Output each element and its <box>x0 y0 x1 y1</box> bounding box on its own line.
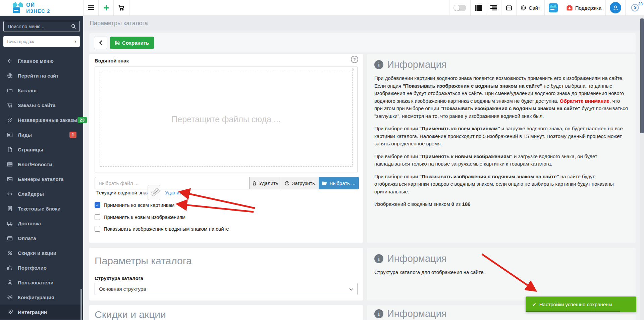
page-scrollbar[interactable] <box>640 16 644 320</box>
checkbox-apply-all[interactable]: ✓ Применить ко всем картинкам <box>95 202 174 208</box>
file-text-icon <box>7 205 13 212</box>
checkbox-show-on-site[interactable]: Показывать изображения с водяным знаком … <box>95 226 229 232</box>
chevron-left-icon <box>99 40 103 45</box>
support-button[interactable]: Поддержка <box>562 0 605 15</box>
upload-button[interactable]: Загрузить <box>281 177 319 189</box>
section-title: Параметры каталога <box>95 255 192 267</box>
hamburger-menu-button[interactable] <box>83 0 98 15</box>
info-paragraph: При выборе опции "Применить ко всем карт… <box>374 125 628 148</box>
id-card-icon <box>7 132 13 138</box>
app-button[interactable] <box>544 0 562 15</box>
sidebar-item-label: Слайдеры <box>18 191 44 197</box>
avatar <box>610 2 621 13</box>
truck-icon <box>7 220 13 226</box>
sales-point-select[interactable]: ▼ <box>3 36 80 47</box>
dropzone-text: Перетащите файлы сюда ... <box>171 115 280 124</box>
theme-toggle[interactable] <box>449 0 470 15</box>
sidebar-item-label: Конфигурация <box>18 294 54 300</box>
sidebar-scrollbar[interactable] <box>80 289 82 320</box>
folder-icon <box>7 87 13 93</box>
page-title: Параметры каталога <box>83 16 640 31</box>
choose-file-label: Выбрать ... <box>329 180 355 186</box>
toolbar: Сохранить <box>89 33 636 52</box>
site-button[interactable]: Сайт <box>516 0 544 15</box>
sidebar-item-sliders[interactable]: Слайдеры <box>0 186 83 201</box>
delete-file-label: Удалить <box>259 180 278 186</box>
sidebar-item-delivery[interactable]: Доставка <box>0 216 83 231</box>
catalog-params-section: Параметры каталога Структура каталога Ос… <box>89 248 363 301</box>
support-label: Поддержка <box>575 5 601 11</box>
sidebar-item-leads[interactable]: Лиды1 <box>0 127 83 142</box>
sidebar-item-site-orders[interactable]: Заказы с сайта <box>0 98 83 112</box>
file-input[interactable] <box>95 177 250 189</box>
success-toast: ✔ Настройки успешно сохранены. <box>526 296 636 312</box>
discounts-section: Скидки и акции <box>89 305 363 320</box>
sidebar-item-main-menu[interactable]: Главное меню <box>0 53 83 68</box>
info-icon: i <box>374 254 383 263</box>
barcode-icon <box>475 5 482 11</box>
checkbox-apply-new[interactable]: Применять к новым изображениям <box>95 214 185 220</box>
credit-card-icon <box>7 235 13 241</box>
cart-button[interactable] <box>113 0 129 15</box>
sidebar-item-label: Каталог <box>18 88 37 93</box>
info-title: Информация <box>387 253 447 264</box>
delete-file-button[interactable]: Удалить <box>250 177 281 189</box>
delete-watermark-link[interactable]: Удалить <box>165 190 184 195</box>
hamburger-icon <box>88 5 94 10</box>
brand-line2: ИЗНЕС 2 <box>26 8 50 13</box>
current-watermark-thumbnail[interactable] <box>148 185 160 200</box>
sidebar-item-go-to-site[interactable]: Перейти на сайт <box>0 68 83 83</box>
sidebar-item-label: Портфолио <box>18 265 47 271</box>
sidebar-menu: Главное менюПерейти на сайтКаталогЗаказы… <box>0 53 83 319</box>
current-watermark-label: Текущий водяной знак: <box>96 190 150 195</box>
menu-search-input[interactable] <box>7 24 71 30</box>
watermark-dropzone[interactable]: × Перетащите файлы сюда ... <box>95 66 358 173</box>
back-button[interactable] <box>94 37 107 49</box>
sidebar-item-label: Скидки и акции <box>18 250 56 256</box>
main-content: Сохранить Водяной знак ? × Перетащите фа… <box>83 31 640 320</box>
chevron-down-icon[interactable]: ▼ <box>71 36 80 47</box>
save-button[interactable]: Сохранить <box>110 37 154 49</box>
close-icon[interactable]: × <box>352 66 355 72</box>
calendar-button[interactable] <box>501 0 516 15</box>
brand-logo[interactable]: ОЙ ИЗНЕС 2 <box>0 0 83 15</box>
history-button[interactable]: 23 <box>625 0 644 15</box>
sidebar-item-portfolio[interactable]: Портфолио <box>0 260 83 275</box>
search-icon <box>71 24 76 29</box>
checkbox-icon: ✓ <box>95 202 100 208</box>
barcode-button[interactable] <box>470 0 486 15</box>
sidebar-item-label: Блог/Новости <box>18 162 52 167</box>
add-button[interactable] <box>98 0 113 15</box>
structure-select[interactable]: Основная структура <box>95 283 358 295</box>
trash-icon <box>252 181 257 186</box>
sidebar-item-pages[interactable]: Страницы <box>0 142 83 157</box>
image-icon <box>7 176 13 182</box>
sidebar-item-catalog-banners[interactable]: Баннеры каталога <box>0 172 83 186</box>
sidebar-item-catalog[interactable]: Каталог <box>0 83 83 98</box>
sidebar-item-payment[interactable]: Оплата <box>0 231 83 245</box>
checkbox-icon <box>95 226 100 232</box>
sidebar-item-badge: 1 <box>69 132 76 138</box>
rows-button[interactable] <box>486 0 501 15</box>
info-title: Информация <box>387 308 447 319</box>
profile-button[interactable] <box>605 0 625 15</box>
upload-icon <box>285 181 289 186</box>
sales-point-input[interactable] <box>3 36 71 47</box>
info-icon: i <box>374 60 383 69</box>
sidebar-item-users[interactable]: Пользователи <box>0 275 83 290</box>
watermark-count: Изображений с водяным знаком 0 из 186 <box>374 200 628 208</box>
menu-search[interactable] <box>3 21 80 32</box>
sidebar-item-blog-news[interactable]: Блог/Новости <box>0 157 83 172</box>
sidebar-item-label: Интеграции <box>18 309 47 315</box>
sidebar-item-unfinished-orders[interactable]: Незавершенные заказы23 <box>0 112 83 127</box>
page-scrollbar-thumb[interactable] <box>640 18 644 133</box>
help-icon[interactable]: ? <box>351 56 358 63</box>
sidebar-item-label: Главное меню <box>18 58 54 64</box>
sidebar-item-text-blocks[interactable]: Текстовые блоки <box>0 201 83 216</box>
sidebar-item-discounts[interactable]: Скидки и акции <box>0 245 83 260</box>
choose-file-button[interactable]: Выбрать ... <box>319 177 359 189</box>
sidebar-item-label: Текстовые блоки <box>18 206 60 212</box>
sidebar-item-configuration[interactable]: Конфигурация <box>0 290 83 305</box>
broken-link-icon <box>7 117 13 123</box>
sidebar-item-integrations[interactable]: Интеграции <box>0 305 83 319</box>
